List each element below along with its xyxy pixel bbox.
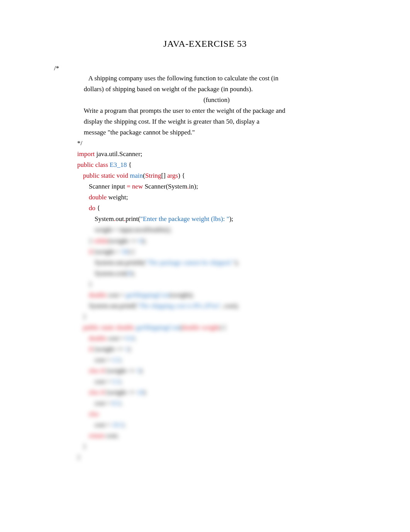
blurred-line: double cost = getShippingCost(weight); (77, 290, 356, 301)
blurred-line: System.out.println("The package cannot b… (77, 257, 356, 268)
blurred-line: cost = 10.5; (77, 420, 356, 430)
out: out (115, 215, 124, 223)
blurred-line: } (77, 311, 356, 322)
blurred-line: cost = 3.5; (77, 355, 356, 365)
psv-keyword: public static void (83, 172, 130, 179)
print-line: System.out.print("Enter the package weig… (77, 214, 356, 224)
close-paren: ); (229, 215, 233, 223)
code-block: A shipping company uses the following fu… (77, 73, 356, 463)
weight-decl: double weight; (77, 192, 356, 203)
blurred-line: } (77, 452, 356, 463)
do-brace: { (95, 204, 100, 212)
blurred-line: cost = 8.5; (77, 398, 356, 409)
import-keyword: import (77, 150, 95, 158)
blurred-line: double cost = 0.0; (77, 333, 356, 344)
double-keyword: double (89, 194, 107, 201)
blurred-line: } (77, 441, 356, 452)
prompt-string: "Enter the package weight (lbs): " (140, 215, 229, 223)
blurred-line: public static double getShippingCost(dou… (77, 322, 356, 333)
import-statement: java.util.Scanner; (95, 150, 142, 158)
print: print( (125, 215, 140, 223)
string-type: String (145, 172, 161, 179)
comment-close: */ (77, 138, 356, 149)
system: System (95, 215, 114, 223)
public-class-keyword: public class (77, 161, 110, 168)
comment-line: display the shipping cost. If the weight… (77, 116, 356, 127)
blurred-line: weight = input.nextDouble(); (77, 224, 356, 235)
comment-line: message "the package cannot be shipped." (77, 127, 356, 138)
weight-var: weight; (107, 194, 128, 201)
blurred-line: } (77, 279, 356, 290)
in-close: in); (189, 183, 198, 190)
comment-open: /* (54, 64, 356, 73)
scanner-ctor: Scanner(System (143, 183, 187, 190)
blurred-line: if (weight > 50) { (77, 246, 356, 257)
comment-line: Write a program that prompts the user to… (77, 105, 356, 116)
import-line: import java.util.Scanner; (77, 149, 356, 160)
document-page: JAVA-EXERCISE 53 /* A shipping company u… (0, 0, 410, 501)
new-keyword: = new (127, 183, 143, 190)
blurred-line: else (77, 409, 356, 420)
blurred-line: return cost; (77, 430, 356, 441)
scanner-line: Scanner input = new Scanner(System.in); (77, 181, 356, 192)
class-decl: public class E3_18 { (77, 160, 356, 170)
args-param: args (167, 172, 178, 179)
blurred-line: System.exit(0); (77, 268, 356, 279)
do-line: do { (77, 203, 356, 214)
class-name: E3_18 (110, 161, 127, 168)
comment-line: dollars) of shipping based on weight of … (77, 84, 356, 95)
blurred-content: weight = input.nextDouble(); } while(wei… (77, 224, 356, 463)
paren-close: ) { (178, 172, 185, 179)
do-keyword: do (89, 204, 95, 212)
blurred-line: else if (weight <= 3) (77, 365, 356, 376)
blurred-line: } while(weight <= 0); (77, 236, 356, 246)
brackets: [] (161, 172, 168, 179)
main-method: main (130, 172, 143, 179)
scanner-decl: Scanner input (89, 183, 127, 190)
comment-line: A shipping company uses the following fu… (77, 73, 356, 84)
blurred-line: else if (weight <= 10) (77, 387, 356, 398)
blurred-line: if (weight <= 1) (77, 344, 356, 355)
page-title: JAVA-EXERCISE 53 (54, 39, 356, 49)
brace: { (127, 161, 131, 168)
blurred-line: cost = 5.5; (77, 376, 356, 387)
main-decl: public static void main(String[] args) { (77, 170, 356, 181)
blurred-line: System.out.printf("The shipping cost is … (77, 301, 356, 311)
comment-line: (function) (77, 95, 356, 105)
